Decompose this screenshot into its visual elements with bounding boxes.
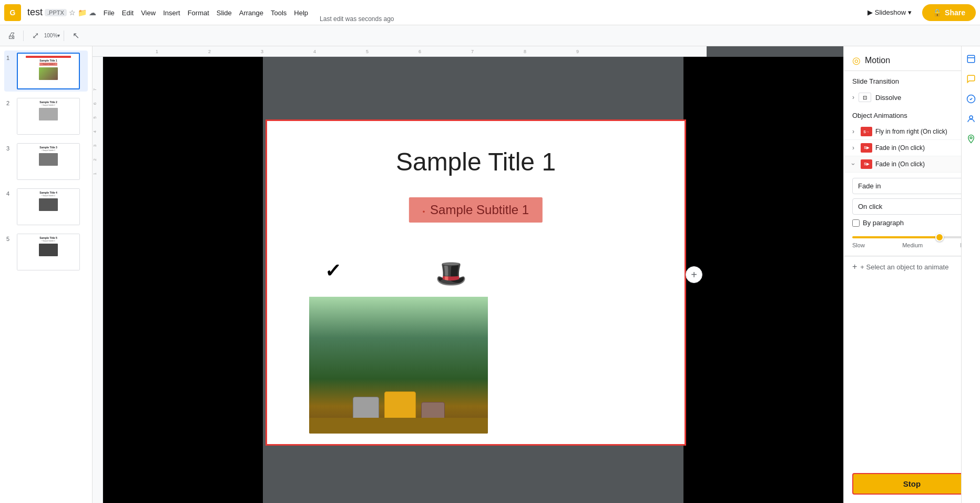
nike-swoosh: ✓ (324, 260, 342, 282)
slideshow-chevron: ▾ (908, 8, 912, 16)
menu-file[interactable]: File (100, 8, 118, 18)
add-animation-row[interactable]: + + Select an object to animate (844, 256, 980, 277)
lock-icon: 🔒 (933, 8, 942, 17)
toolbar-separator-2 (64, 31, 64, 41)
slide-thumbnail-4: Sample Title 4 • Sample Subtitle 4 (17, 188, 80, 225)
slide-image[interactable]: ✓ 🎩 (309, 255, 488, 434)
svg-rect-0 (967, 55, 975, 63)
add-animation-label: + Select an object to animate (860, 263, 948, 271)
slide-item-2[interactable]: 2 Sample Title 2 • Sample Subtitle 2 (4, 96, 88, 137)
menu-help[interactable]: Help (291, 8, 311, 18)
slide-title[interactable]: Sample Title 1 (267, 147, 685, 176)
slide-item-3[interactable]: 3 Sample Title 3 • Sample Subtitle 3 (4, 141, 88, 182)
menu-insert[interactable]: Insert (160, 8, 183, 18)
add-icon: + (852, 262, 857, 271)
by-paragraph-row: By paragraph (852, 219, 972, 227)
effect-select[interactable]: Fade in Fly in from right Zoom in (852, 178, 972, 194)
anim-label-2: Fade in (On click) (875, 144, 957, 152)
slideshow-icon: ▶ (867, 8, 873, 16)
map-pin-icon[interactable] (963, 130, 979, 147)
slide-canvas[interactable]: Sample Title 1 • Sample Subtitle 1 ✓ 🎩 (266, 119, 686, 446)
slideshow-button[interactable]: ▶ Slideshow ▾ (861, 5, 918, 19)
zoom-button[interactable]: ⤢ (28, 28, 43, 43)
transition-row[interactable]: › ⊡ Dissolve (844, 89, 980, 105)
transition-icon: ⊡ (859, 93, 871, 102)
plant-image (309, 297, 488, 434)
menu-bar: File Edit View Insert Format Slide Arran… (100, 8, 311, 18)
slide-subtitle-wrapper[interactable]: • Sample Subtitle 1 (409, 197, 543, 223)
zoom-in-button[interactable]: 100%▾ (45, 28, 59, 43)
slides-panel: 1 Sample Title 1 • Sample Subtitle 1 2 S… (0, 46, 93, 503)
motion-icon: ◎ (852, 55, 861, 66)
hat-icon: 🎩 (435, 259, 467, 288)
comment-icon[interactable] (963, 71, 979, 87)
slow-label: Slow (852, 242, 865, 248)
main-layout: 1 Sample Title 1 • Sample Subtitle 1 2 S… (0, 46, 980, 503)
menu-view[interactable]: View (138, 8, 159, 18)
black-left (103, 57, 263, 503)
subtitle-bullet: • (423, 208, 425, 216)
topbar-right: ▶ Slideshow ▾ 🔒 Share (861, 4, 976, 21)
anim-expand-btn-3[interactable]: › (850, 160, 857, 168)
slide-thumbnail-5: Sample Title 5 • Sample Subtitle 5 (17, 234, 80, 270)
slide-subtitle-text: Sample Subtitle 1 (430, 203, 529, 217)
ruler-horizontal: 1 2 3 4 5 6 7 8 9 (93, 46, 707, 57)
slide-number-5: 5 (6, 236, 14, 242)
svg-point-3 (969, 116, 973, 119)
medium-label: Medium (902, 242, 923, 248)
slide-item-4[interactable]: 4 Sample Title 4 • Sample Subtitle 4 (4, 186, 88, 227)
menu-arrange[interactable]: Arrange (236, 8, 267, 18)
menu-format[interactable]: Format (185, 8, 212, 18)
motion-panel-title: ◎ Motion (852, 55, 890, 66)
anim-icon-3: S▶ (861, 159, 872, 169)
black-right (683, 57, 843, 503)
menu-edit[interactable]: Edit (119, 8, 137, 18)
file-title-area: test .PPTX ☆ 📁 ☁ (27, 7, 96, 18)
print-button[interactable]: 🖨 (4, 28, 19, 43)
slide-item-5[interactable]: 5 Sample Title 5 • Sample Subtitle 5 (4, 232, 88, 273)
speed-slider[interactable] (852, 236, 972, 238)
motion-title-text: Motion (865, 56, 890, 65)
animation-row-3[interactable]: › S▶ Fade in (On click) 🗑 (844, 156, 980, 173)
slide-number-1: 1 (6, 55, 14, 61)
anim-expand-btn-1[interactable]: › (849, 128, 858, 135)
by-paragraph-label: By paragraph (863, 219, 904, 227)
motion-panel: ◎ Motion ✕ Slide Transition › ⊡ Dissolve… (843, 46, 980, 503)
stop-button[interactable]: Stop (852, 473, 972, 495)
anim-expand-btn-2[interactable]: › (849, 144, 858, 152)
anim-label-3: Fade in (On click) (875, 160, 964, 168)
star-icon[interactable]: ☆ (69, 8, 76, 17)
last-edit: Last edit was seconds ago (320, 15, 394, 25)
slide-thumbnail-2: Sample Title 2 • Sample Subtitle 2 (17, 98, 80, 135)
file-badge: .PPTX (45, 9, 67, 16)
animation-row-2[interactable]: › S▶ Fade in (On click) ⋮⋮ (844, 140, 980, 156)
share-button[interactable]: 🔒 Share (922, 4, 976, 21)
add-object-button[interactable]: + (686, 266, 702, 283)
transition-name: Dissolve (875, 94, 901, 102)
motion-panel-header: ◎ Motion ✕ (844, 46, 980, 71)
cursor-button[interactable]: ↖ (68, 28, 83, 43)
ruler-vertical: 1 2 3 4 5 6 7 (93, 57, 103, 503)
canvas-bg[interactable]: Sample Title 1 • Sample Subtitle 1 ✓ 🎩 (103, 57, 843, 503)
menu-slide[interactable]: Slide (213, 8, 235, 18)
trigger-select[interactable]: On click After previous With previous (852, 198, 972, 215)
theme-icon[interactable] (963, 51, 979, 67)
animation-row-1[interactable]: › S→ Fly in from right (On click) ⋮⋮ (844, 124, 980, 140)
slide-item-1[interactable]: 1 Sample Title 1 • Sample Subtitle 1 (4, 51, 88, 92)
slide-number-2: 2 (6, 100, 14, 106)
person-icon[interactable] (963, 110, 979, 127)
menu-tools[interactable]: Tools (268, 8, 290, 18)
object-animations-label: Object Animations (844, 105, 980, 124)
cloud-icon[interactable]: ☁ (89, 8, 96, 17)
folder-icon[interactable]: 📁 (78, 8, 87, 17)
by-paragraph-checkbox[interactable] (852, 219, 860, 227)
toolbar-separator-1 (23, 31, 24, 41)
slide-thumbnail-3: Sample Title 3 • Sample Subtitle 3 (17, 143, 80, 180)
filename-text: test (27, 7, 43, 18)
slide-thumbnail-1: Sample Title 1 • Sample Subtitle 1 (17, 53, 80, 89)
slide-number-3: 3 (6, 145, 14, 152)
check-circle-icon[interactable] (963, 90, 979, 107)
svg-point-4 (970, 137, 972, 139)
toolbar: 🖨 ⤢ 100%▾ ↖ (0, 25, 980, 46)
speed-slider-wrapper: Slow Medium Fast (852, 232, 972, 248)
